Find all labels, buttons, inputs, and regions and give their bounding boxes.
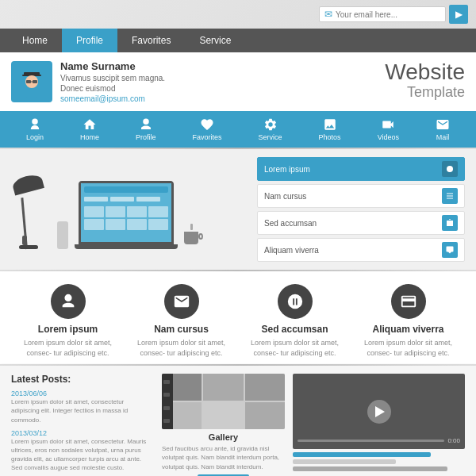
video-sidebar <box>293 452 465 471</box>
profile-section: Name Surname Vivamus suscipit sem magna.… <box>0 52 476 111</box>
icon-nav-home[interactable]: Home <box>80 117 99 141</box>
feature-2-icon <box>164 284 199 319</box>
feature-4-icon <box>391 284 426 319</box>
video-time: 0:00 <box>447 437 460 444</box>
sidebar-item-aliquam-icon <box>442 242 458 258</box>
hero-section: Lorem ipsum Nam cursus Sed accumsan Aliq… <box>0 149 476 270</box>
profile-email: someemail@ipsum.com <box>60 94 165 103</box>
sidebar-item-sed-label: Sed accumsan <box>264 219 317 228</box>
video-section: 0:00 <box>293 374 465 476</box>
email-bar: ✉ ▶ <box>0 0 476 29</box>
feature-4-desc: Lorem ipsum dolor sit amet, consec- tur … <box>356 338 460 358</box>
feature-1-title: Lorem ipsum <box>16 324 120 335</box>
laptop-screen <box>79 181 174 244</box>
svg-rect-6 <box>25 90 38 98</box>
feature-item-4: Aliquam viverra Lorem ipsum dolor sit am… <box>351 284 465 358</box>
email-icon: ✉ <box>324 9 332 20</box>
icon-nav-profile-label: Profile <box>136 133 156 141</box>
icon-nav-favorites[interactable]: Favorites <box>193 117 222 141</box>
email-input[interactable] <box>336 10 423 19</box>
feature-3-icon <box>278 284 313 319</box>
svg-rect-3 <box>26 80 31 83</box>
profile-subtitle: Vivamus suscipit sem magna. <box>60 74 165 83</box>
website-title: Website Template <box>385 60 465 101</box>
icon-nav-service-label: Service <box>259 133 282 141</box>
gallery-desc: Sed faucibus arcu ante, id gravida nisl … <box>162 444 285 471</box>
icon-nav-favorites-label: Favorites <box>193 133 222 141</box>
icon-nav-mail-label: Mail <box>436 133 450 141</box>
sidebar-item-aliquam[interactable]: Aliquam viverra <box>257 238 465 262</box>
profile-info: Name Surname Vivamus suscipit sem magna.… <box>60 60 165 103</box>
feature-3-desc: Lorem ipsum dolor sit amet, consec- tur … <box>243 338 347 358</box>
sidebar-item-lorem-label: Lorem ipsum <box>264 165 310 174</box>
nav-tab-favorites[interactable]: Favorites <box>117 29 185 52</box>
post-item-2: 2013/03/12 Lorem ipsum dolor sit amet, c… <box>11 429 154 473</box>
video-play-button[interactable] <box>367 400 391 424</box>
nav-tab-service[interactable]: Service <box>185 29 245 52</box>
profile-left: Name Surname Vivamus suscipit sem magna.… <box>11 60 165 103</box>
svg-rect-4 <box>33 80 37 83</box>
feature-item-2: Nam cursus Lorem ipsum dolor sit amet, c… <box>125 284 238 358</box>
latest-posts: Latest Posts: 2013/06/06 Lorem ipsum dol… <box>11 374 154 476</box>
feature-4-title: Aliquam viverra <box>356 324 460 335</box>
feature-2-desc: Lorem ipsum dolor sit amet, consec- tur … <box>129 338 233 358</box>
sidebar-item-lorem-icon <box>442 161 458 177</box>
feature-3-title: Sed accumsan <box>243 324 347 335</box>
website-title-sub: Template <box>385 85 465 101</box>
post-1-text: Lorem ipsum dolor sit amet, consectetur … <box>11 397 154 424</box>
svg-point-7 <box>447 166 453 172</box>
email-send-button[interactable]: ▶ <box>449 5 468 24</box>
sidebar-item-aliquam-label: Aliquam viverra <box>264 246 319 255</box>
nav-tab-profile[interactable]: Profile <box>62 29 117 52</box>
sidebar-item-nam-icon <box>442 188 458 204</box>
post-item-1: 2013/06/06 Lorem ipsum dolor sit amet, c… <box>11 390 154 424</box>
icon-nav-photos[interactable]: Photos <box>319 117 341 141</box>
video-bar-2 <box>293 459 396 464</box>
sidebar-item-lorem[interactable]: Lorem ipsum <box>257 157 465 181</box>
latest-posts-title: Latest Posts: <box>11 374 154 385</box>
feature-1-desc: Lorem ipsum dolor sit amet, consec- tur … <box>16 338 120 358</box>
feature-item-1: Lorem ipsum Lorem ipsum dolor sit amet, … <box>11 284 125 358</box>
icon-nav-service[interactable]: Service <box>259 117 282 141</box>
avatar <box>11 61 52 102</box>
icon-nav: Login Home Profile Favorites Service Pho… <box>0 111 476 148</box>
bottom-section: Latest Posts: 2013/06/06 Lorem ipsum dol… <box>0 366 476 476</box>
laptop <box>75 181 178 249</box>
website-title-main: Website <box>385 60 465 85</box>
feature-1-icon <box>51 284 86 319</box>
main-nav: Home Profile Favorites Service <box>0 29 476 52</box>
post-2-text: Lorem ipsum dolor sit amet, consectetur.… <box>11 437 154 473</box>
post-1-date: 2013/06/06 <box>11 390 154 397</box>
icon-nav-photos-label: Photos <box>319 133 341 141</box>
icon-nav-login[interactable]: Login <box>26 117 44 141</box>
icon-nav-profile[interactable]: Profile <box>136 117 156 141</box>
icon-nav-home-label: Home <box>80 133 99 141</box>
feature-item-3: Sed accumsan Lorem ipsum dolor sit amet,… <box>238 284 351 358</box>
nav-tab-home[interactable]: Home <box>8 29 62 52</box>
video-progress-bar[interactable] <box>298 440 444 442</box>
icon-nav-login-label: Login <box>26 133 44 141</box>
icon-nav-videos-label: Videos <box>378 133 399 141</box>
profile-tagline: Donec euismod <box>60 84 165 93</box>
features-section: Lorem ipsum Lorem ipsum dolor sit amet, … <box>0 271 476 364</box>
video-bar-1 <box>293 452 431 457</box>
hero-sidebar: Lorem ipsum Nam cursus Sed accumsan Aliq… <box>257 157 465 262</box>
icon-nav-videos[interactable]: Videos <box>378 117 399 141</box>
video-bar-3 <box>293 466 447 471</box>
video-controls: 0:00 <box>298 437 460 444</box>
hero-illustration <box>11 170 249 249</box>
gallery-title: Gallery <box>162 432 285 442</box>
post-2-date: 2013/03/12 <box>11 429 154 437</box>
icon-nav-mail[interactable]: Mail <box>436 117 450 141</box>
sidebar-item-sed-icon <box>442 215 458 231</box>
profile-name: Name Surname <box>60 60 165 72</box>
gallery-section: Gallery Sed faucibus arcu ante, id gravi… <box>162 374 285 476</box>
sidebar-item-nam[interactable]: Nam cursus <box>257 184 465 208</box>
email-input-wrap: ✉ <box>319 6 446 22</box>
sidebar-item-nam-label: Nam cursus <box>264 192 306 201</box>
video-player: 0:00 <box>293 374 465 449</box>
sidebar-item-sed[interactable]: Sed accumsan <box>257 211 465 235</box>
gallery-image <box>162 374 285 429</box>
feature-2-title: Nam cursus <box>129 324 233 335</box>
